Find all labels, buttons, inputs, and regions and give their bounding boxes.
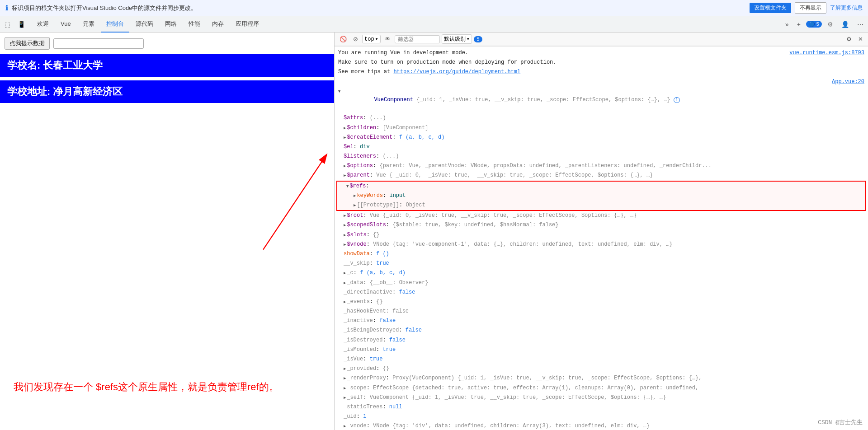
prop-show-data: showData: f () — [335, 249, 868, 259]
console-close-button[interactable]: ✕ — [856, 35, 865, 43]
prop-create-element: $createElement: f (a, b, c, d) — [335, 133, 868, 142]
tab-performance[interactable]: 性能 — [183, 16, 206, 33]
school-addr-bar: 学校地址: 净月高新经济区 — [0, 80, 334, 103]
account-button[interactable]: 👤 — [839, 19, 852, 30]
prop-attrs: $attrs: (...) — [335, 113, 868, 123]
tab-source[interactable]: 源代码 — [130, 16, 159, 33]
more-tabs-button[interactable]: » — [783, 19, 792, 30]
top-label: top — [364, 36, 374, 42]
vue-log-text1: You are running Vue in development mode. — [338, 49, 780, 57]
console-settings-button[interactable]: ⚙ — [844, 35, 854, 43]
vue-log-line1: You are running Vue in development mode.… — [335, 48, 868, 58]
console-output[interactable]: You are running Vue in development mode.… — [335, 47, 868, 430]
notification-text: 标识项目的根文件夹以打开Visual Studio Code中的源文件并同步更改… — [12, 4, 746, 12]
app-vue-link-line: App.vue:20 — [335, 77, 868, 87]
prop-slots-expand[interactable] — [344, 231, 346, 239]
main-area: 点我提示数据 学校名: 长春工业大学 学校地址: 净月高新经济区 我们发现存在一… — [0, 33, 868, 430]
context-dropdown-arrow: ▾ — [375, 36, 378, 42]
app-btn-bar: 点我提示数据 — [0, 33, 334, 54]
console-toolbar: 🚫 ⊘ top ▾ 👁 默认级别 ▾ 5 ⚙ ✕ — [335, 33, 868, 46]
vue-component-root: VueComponent {_uid: 1, _isVue: true, __v… — [335, 87, 868, 114]
prop-scoped-slots-expand[interactable] — [344, 221, 346, 229]
prop-provided: _provided: {} — [335, 364, 868, 374]
prop-self-expand[interactable] — [344, 393, 346, 402]
prop-has-hook-event: _hasHookEvent: false — [335, 307, 868, 316]
vue-component-expand[interactable] — [338, 87, 340, 96]
tab-vue[interactable]: Vue — [55, 16, 76, 33]
prop-vnode2: _vnode: VNode {tag: 'div', data: undefin… — [335, 421, 868, 430]
left-panel: 点我提示数据 学校名: 长春工业大学 学校地址: 净月高新经济区 我们发现存在一… — [0, 33, 335, 430]
prop-vnode2-expand[interactable] — [344, 422, 346, 430]
prop-direct-inactive: _directInactive: false — [335, 288, 868, 297]
prop-listeners: $listeners: (...) — [335, 152, 868, 161]
prop-provided-expand[interactable] — [344, 365, 346, 373]
context-selector[interactable]: top ▾ — [362, 35, 381, 43]
tab-welcome[interactable]: 欢迎 — [32, 16, 54, 33]
prop-render-proxy-expand[interactable] — [344, 374, 346, 383]
prop-is-vue: _isVue: true — [335, 355, 868, 364]
add-tab-button[interactable]: + — [794, 19, 803, 30]
device-icon-button[interactable]: 📱 — [15, 19, 28, 30]
badge-count: 🔵 5 — [806, 21, 822, 28]
vue-log-text3: See more tips at https://vuejs.org/guide… — [338, 68, 864, 76]
school-name-bar: 学校名: 长春工业大学 — [0, 54, 334, 77]
tab-left-icons: ⬚ 📱 — [2, 19, 28, 30]
prop-options-expand[interactable] — [344, 162, 346, 170]
vue-log-text2: Make sure to turn on production mode whe… — [338, 58, 864, 67]
tab-network[interactable]: 网络 — [160, 16, 182, 33]
refs-prototype-expand[interactable] — [354, 201, 356, 210]
show-data-button[interactable]: 点我提示数据 — [5, 37, 50, 50]
prop-refs-expand[interactable] — [346, 182, 349, 191]
prop-data-expand[interactable] — [344, 279, 346, 287]
prop-refs-keywords: keyWords: input — [337, 191, 865, 201]
prop-c: _c: f (a, b, c, d) — [335, 268, 868, 278]
vue-runtime-link[interactable]: vue.runtime.esm.js:8793 — [780, 49, 864, 57]
tab-right-icons: » + 🔵 5 ⚙ 👤 ⋯ — [783, 19, 866, 30]
keyword-input[interactable] — [53, 38, 144, 49]
prop-events-expand[interactable] — [344, 298, 346, 306]
no-show-button[interactable]: 不再显示 — [795, 2, 826, 14]
tab-application[interactable]: 应用程序 — [230, 16, 264, 33]
prop-is-mounted: _isMounted: true — [335, 345, 868, 355]
level-label: 默认级别 — [444, 35, 466, 43]
no-filter-button[interactable]: ⊘ — [351, 35, 360, 43]
learn-more-link[interactable]: 了解更多信息 — [830, 4, 863, 12]
prop-scope-expand[interactable] — [344, 384, 346, 393]
inspect-icon-button[interactable]: ⬚ — [2, 19, 13, 30]
prop-c-expand[interactable] — [344, 269, 346, 277]
prop-vnode-expand[interactable] — [344, 240, 346, 249]
devtools-tab-bar: ⬚ 📱 欢迎 Vue 元素 控制台 源代码 网络 性能 内存 应用程序 » + … — [0, 16, 868, 33]
prop-events: _events: {} — [335, 297, 868, 307]
prop-is-being-destroyed: _isBeingDestroyed: false — [335, 326, 868, 335]
clear-console-button[interactable]: 🚫 — [337, 35, 349, 43]
prop-el: $el: div — [335, 142, 868, 152]
svg-line-1 — [263, 162, 321, 250]
prop-parent-expand[interactable] — [344, 171, 346, 180]
vue-deploy-link[interactable]: https://vuejs.org/guide/deployment.html — [393, 69, 520, 75]
eye-button[interactable]: 👁 — [382, 35, 393, 43]
more-options-button[interactable]: ⋯ — [854, 19, 866, 30]
prop-is-destroyed: _isDestroyed: false — [335, 336, 868, 345]
tab-elements[interactable]: 元素 — [77, 16, 100, 33]
csdn-watermark: CSDN @吉士先生 — [818, 418, 863, 426]
prop-refs-prototype: [[Prototype]]: Object — [337, 201, 865, 210]
annotation-text: 我们发现存在一个 $refs这个原生属性，就是负责管理ref的。 — [14, 380, 279, 394]
filter-input[interactable] — [395, 35, 440, 43]
app-vue-link[interactable]: App.vue:20 — [832, 78, 864, 86]
prop-render-proxy: _renderProxy: Proxy(VueComponent) {_uid:… — [335, 374, 868, 383]
level-dropdown-arrow: ▾ — [467, 36, 470, 42]
prop-create-element-expand[interactable] — [344, 133, 346, 142]
refs-keywords-expand[interactable] — [354, 192, 356, 200]
refs-highlight-box: $refs: keyWords: input [[Prototype]]: Ob… — [336, 181, 866, 211]
notification-bar: ℹ 标识项目的根文件夹以打开Visual Studio Code中的源文件并同步… — [0, 0, 868, 16]
tab-console[interactable]: 控制台 — [101, 16, 129, 33]
prop-children-expand[interactable] — [344, 124, 346, 132]
settings-button[interactable]: ⚙ — [825, 19, 836, 30]
prop-vnode: $vnode: VNode {tag: 'vue-component-1', d… — [335, 240, 868, 249]
level-selector[interactable]: 默认级别 ▾ — [442, 34, 472, 44]
set-root-button[interactable]: 设置根文件夹 — [750, 3, 791, 13]
info-icon: ℹ — [5, 4, 8, 12]
prop-slots: $slots: {} — [335, 230, 868, 240]
tab-memory[interactable]: 内存 — [207, 16, 229, 33]
prop-root-expand[interactable] — [344, 211, 346, 220]
